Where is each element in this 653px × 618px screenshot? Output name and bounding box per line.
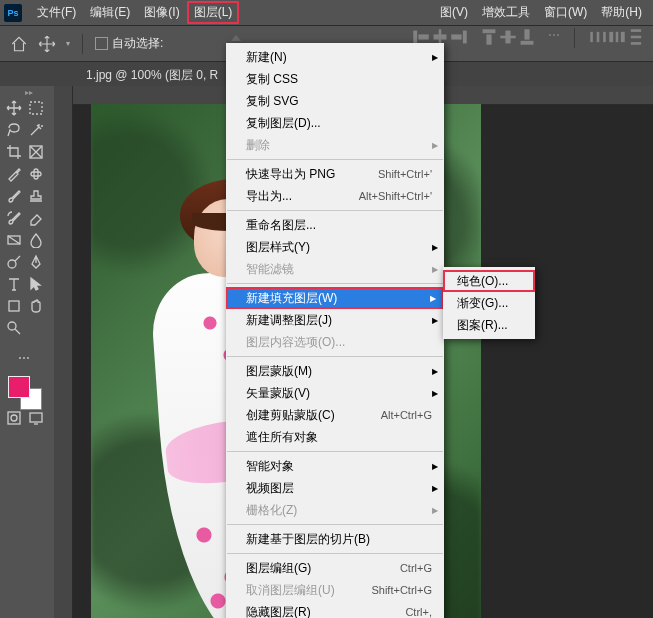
history-brush-icon[interactable] xyxy=(4,208,24,228)
menu-item-快速导出为 PNG[interactable]: 快速导出为 PNGShift+Ctrl+' xyxy=(226,163,444,185)
color-swatches[interactable] xyxy=(8,376,48,406)
svg-rect-23 xyxy=(31,172,41,176)
menu-item-新建调整图层(J)[interactable]: 新建调整图层(J) xyxy=(226,309,444,331)
align-bottom-icon[interactable] xyxy=(518,28,536,46)
crop-tool-icon[interactable] xyxy=(4,142,24,162)
menu-item-复制图层(D)...[interactable]: 复制图层(D)... xyxy=(226,112,444,134)
menu-separator xyxy=(227,159,443,160)
menu-item-栅格化(Z): 栅格化(Z) xyxy=(226,499,444,521)
zoom-tool-icon[interactable] xyxy=(4,318,24,338)
menu-bar: Ps 文件(F) 编辑(E) 图像(I) 图层(L) 图(V) 增效工具 窗口(… xyxy=(0,0,653,26)
menu-collapse-icon[interactable] xyxy=(225,27,247,41)
eraser-tool-icon[interactable] xyxy=(26,208,46,228)
align-group-2 xyxy=(480,28,536,48)
svg-rect-17 xyxy=(616,32,619,42)
menu-layer[interactable]: 图层(L) xyxy=(187,1,240,24)
menu-plugins[interactable]: 增效工具 xyxy=(475,1,537,24)
menu-item-新建(N)[interactable]: 新建(N) xyxy=(226,46,444,68)
menu-item-复制 CSS[interactable]: 复制 CSS xyxy=(226,68,444,90)
menu-edit[interactable]: 编辑(E) xyxy=(83,1,137,24)
distrib-1-icon[interactable] xyxy=(589,28,607,46)
hand-tool-icon[interactable] xyxy=(26,296,46,316)
svg-rect-10 xyxy=(521,41,534,45)
menu-item-新建填充图层(W)[interactable]: 新建填充图层(W) xyxy=(226,287,444,309)
ruler-vertical xyxy=(54,86,73,618)
tool-palette: ▸▸ ⋯ xyxy=(0,86,54,618)
distrib-3-icon[interactable] xyxy=(627,28,645,46)
new-fill-layer-submenu: 纯色(O)...渐变(G)...图案(R)... xyxy=(443,267,535,339)
menu-window[interactable]: 窗口(W) xyxy=(537,1,594,24)
marquee-tool-icon[interactable] xyxy=(26,98,46,118)
align-top-icon[interactable] xyxy=(480,28,498,46)
svg-rect-4 xyxy=(463,31,467,44)
menu-view[interactable]: 图(V) xyxy=(433,1,475,24)
menu-item-复制 SVG[interactable]: 复制 SVG xyxy=(226,90,444,112)
brush-tool-icon[interactable] xyxy=(4,186,24,206)
eyedropper-tool-icon[interactable] xyxy=(4,164,24,184)
menu-item-导出为...[interactable]: 导出为...Alt+Shift+Ctrl+' xyxy=(226,185,444,207)
menu-item-图层样式(Y)[interactable]: 图层样式(Y) xyxy=(226,236,444,258)
layer-dropdown-menu: 新建(N)复制 CSS复制 SVG复制图层(D)...删除快速导出为 PNGSh… xyxy=(226,43,444,618)
menu-item-重命名图层...[interactable]: 重命名图层... xyxy=(226,214,444,236)
lasso-tool-icon[interactable] xyxy=(4,120,24,140)
gradient-tool-icon[interactable] xyxy=(4,230,24,250)
svg-rect-29 xyxy=(8,412,20,424)
stamp-tool-icon[interactable] xyxy=(26,186,46,206)
align-right-icon[interactable] xyxy=(450,28,468,46)
distrib-group xyxy=(589,28,645,48)
menu-item-图层蒙版(M)[interactable]: 图层蒙版(M) xyxy=(226,360,444,382)
submenu-item-渐变(G)...[interactable]: 渐变(G)... xyxy=(443,292,535,314)
menu-item-图层编组(G)[interactable]: 图层编组(G)Ctrl+G xyxy=(226,557,444,579)
type-tool-icon[interactable] xyxy=(4,274,24,294)
svg-rect-15 xyxy=(609,32,613,42)
menu-item-隐藏图层(R)[interactable]: 隐藏图层(R)Ctrl+, xyxy=(226,601,444,618)
svg-point-28 xyxy=(8,322,16,330)
healing-tool-icon[interactable] xyxy=(26,164,46,184)
submenu-item-纯色(O)...[interactable]: 纯色(O)... xyxy=(443,270,535,292)
home-icon[interactable] xyxy=(10,35,28,53)
menu-item-遮住所有对象[interactable]: 遮住所有对象 xyxy=(226,426,444,448)
submenu-item-图案(R)...[interactable]: 图案(R)... xyxy=(443,314,535,336)
svg-rect-14 xyxy=(603,32,606,42)
svg-point-26 xyxy=(8,260,16,268)
move-tool-icon[interactable] xyxy=(4,98,24,118)
auto-select[interactable]: 自动选择: xyxy=(95,35,163,52)
distrib-2-icon[interactable] xyxy=(608,28,626,46)
blur-tool-icon[interactable] xyxy=(26,230,46,250)
edit-toolbar-icon[interactable]: ⋯ xyxy=(4,348,44,368)
menu-item-智能对象[interactable]: 智能对象 xyxy=(226,455,444,477)
svg-point-30 xyxy=(11,415,17,421)
menu-separator xyxy=(227,524,443,525)
menu-item-创建剪贴蒙版(C)[interactable]: 创建剪贴蒙版(C)Alt+Ctrl+G xyxy=(226,404,444,426)
magic-wand-tool-icon[interactable] xyxy=(26,120,46,140)
svg-rect-11 xyxy=(524,29,529,39)
menu-file[interactable]: 文件(F) xyxy=(30,1,83,24)
path-select-tool-icon[interactable] xyxy=(26,274,46,294)
screenmode-icon[interactable] xyxy=(26,408,46,428)
svg-rect-13 xyxy=(597,32,600,42)
svg-rect-9 xyxy=(505,31,510,44)
quickmask-icon[interactable] xyxy=(4,408,24,428)
pen-tool-icon[interactable] xyxy=(26,252,46,272)
svg-rect-12 xyxy=(590,32,593,42)
svg-rect-24 xyxy=(34,169,38,179)
svg-rect-18 xyxy=(631,29,641,32)
shape-tool-icon[interactable] xyxy=(4,296,24,316)
align-center-v-icon[interactable] xyxy=(499,28,517,46)
frame-tool-icon[interactable] xyxy=(26,142,46,162)
fg-color-swatch[interactable] xyxy=(8,376,30,398)
menu-separator xyxy=(227,553,443,554)
dodge-tool-icon[interactable] xyxy=(4,252,24,272)
menu-item-新建基于图层的切片(B)[interactable]: 新建基于图层的切片(B) xyxy=(226,528,444,550)
svg-rect-19 xyxy=(631,36,641,39)
menu-item-矢量蒙版(V)[interactable]: 矢量蒙版(V) xyxy=(226,382,444,404)
menu-item-视频图层[interactable]: 视频图层 xyxy=(226,477,444,499)
menu-image[interactable]: 图像(I) xyxy=(137,1,186,24)
svg-rect-0 xyxy=(413,31,417,44)
auto-select-checkbox[interactable] xyxy=(95,37,108,50)
document-tab[interactable]: 1.jpg @ 100% (图层 0, R xyxy=(76,63,228,88)
svg-rect-1 xyxy=(418,34,428,39)
move-tool-icon[interactable] xyxy=(38,35,56,53)
auto-select-label: 自动选择: xyxy=(112,35,163,52)
menu-help[interactable]: 帮助(H) xyxy=(594,1,649,24)
